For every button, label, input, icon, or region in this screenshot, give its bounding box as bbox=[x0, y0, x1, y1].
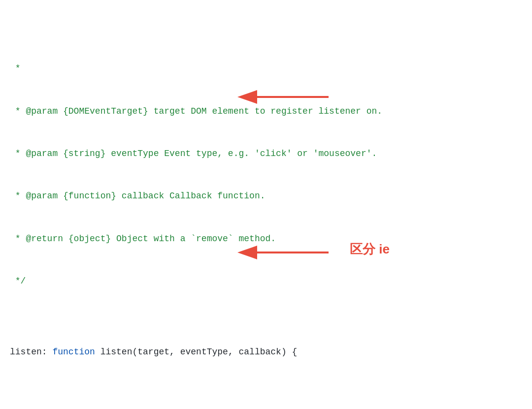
line-7: listen: function listen(target, eventTyp… bbox=[10, 345, 522, 359]
line-3: * @param {string} eventType Event type, … bbox=[10, 147, 522, 161]
code-wrapper: * * @param {DOMEventTarget} target DOM e… bbox=[10, 5, 522, 409]
annotation-ie: 区分 ie bbox=[350, 239, 390, 260]
arrow-2-svg bbox=[252, 240, 331, 265]
line-6: */ bbox=[10, 274, 522, 288]
line-1: * bbox=[10, 62, 522, 76]
code-block: * * @param {DOMEventTarget} target DOM e… bbox=[10, 5, 522, 409]
line-4: * @param {function} callback Callback fu… bbox=[10, 189, 522, 203]
arrow-1-svg bbox=[252, 85, 331, 109]
